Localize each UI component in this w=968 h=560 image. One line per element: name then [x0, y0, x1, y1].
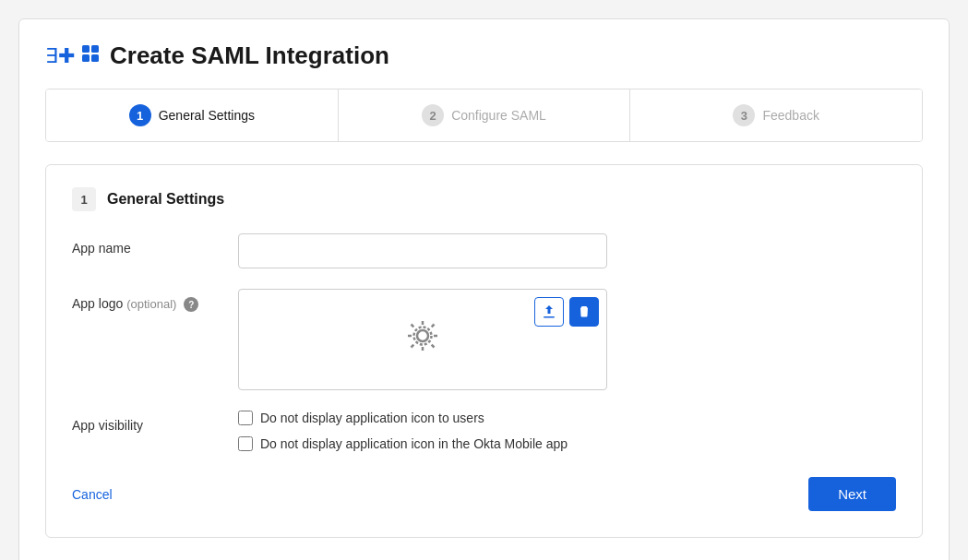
- svg-rect-3: [91, 54, 99, 62]
- app-name-row: App name: [72, 233, 896, 268]
- next-button[interactable]: Next: [808, 477, 896, 511]
- step-2-circle: 2: [422, 104, 444, 126]
- app-logo-row: App logo (optional) ?: [72, 289, 896, 390]
- app-logo-label: App logo (optional) ?: [72, 289, 238, 312]
- step-2-label: Configure SAML: [451, 108, 546, 123]
- checkbox-label-1: Do not display application icon to users: [260, 411, 484, 425]
- step-1-circle: 1: [129, 104, 151, 126]
- checkbox-row-1: Do not display application icon to users: [238, 411, 607, 425]
- gear-icon: [403, 316, 442, 363]
- app-name-field: [238, 233, 607, 268]
- form-footer: Cancel Next: [72, 477, 896, 511]
- form-card: 1 General Settings App name App logo (op…: [45, 164, 923, 538]
- page-wrapper: ∃✚ Create SAML Integration 1 General Set…: [18, 18, 950, 560]
- logo-upload-buttons: [534, 297, 599, 327]
- svg-point-7: [417, 330, 428, 341]
- app-visibility-row: App visibility Do not display applicatio…: [72, 411, 896, 451]
- page-title-row: ∃✚ Create SAML Integration: [45, 42, 923, 70]
- svg-rect-0: [82, 45, 90, 53]
- step-1-label: General Settings: [159, 108, 255, 123]
- app-icon: ∃✚: [45, 44, 75, 68]
- checkbox-no-icon-users[interactable]: [238, 411, 253, 425]
- saml-icon: [80, 43, 106, 69]
- svg-rect-2: [82, 54, 90, 62]
- step-3[interactable]: 3 Feedback: [630, 89, 922, 141]
- section-number: 1: [72, 187, 96, 211]
- step-2[interactable]: 2 Configure SAML: [339, 89, 631, 141]
- app-visibility-checkboxes: Do not display application icon to users…: [238, 411, 607, 451]
- app-name-input[interactable]: [238, 233, 607, 268]
- svg-rect-1: [91, 45, 99, 53]
- steps-nav: 1 General Settings 2 Configure SAML 3 Fe…: [45, 89, 923, 142]
- checkbox-row-2: Do not display application icon in the O…: [238, 436, 607, 451]
- section-title: General Settings: [107, 191, 224, 208]
- checkbox-no-icon-mobile[interactable]: [238, 436, 253, 451]
- delete-logo-button[interactable]: [569, 297, 599, 327]
- app-name-label: App name: [72, 233, 238, 256]
- logo-upload-area[interactable]: [238, 289, 607, 390]
- app-visibility-label: App visibility: [72, 411, 238, 433]
- optional-text: (optional): [126, 297, 176, 311]
- app-logo-field: [238, 289, 607, 390]
- section-header: 1 General Settings: [72, 187, 896, 211]
- step-3-circle: 3: [733, 104, 755, 126]
- checkbox-label-2: Do not display application icon in the O…: [260, 436, 568, 451]
- svg-rect-4: [544, 316, 555, 318]
- help-icon[interactable]: ?: [184, 297, 198, 312]
- page-title: Create SAML Integration: [110, 42, 389, 70]
- upload-logo-button[interactable]: [534, 297, 564, 327]
- step-1[interactable]: 1 General Settings: [46, 89, 339, 141]
- cancel-button[interactable]: Cancel: [72, 487, 113, 502]
- step-3-label: Feedback: [762, 108, 819, 123]
